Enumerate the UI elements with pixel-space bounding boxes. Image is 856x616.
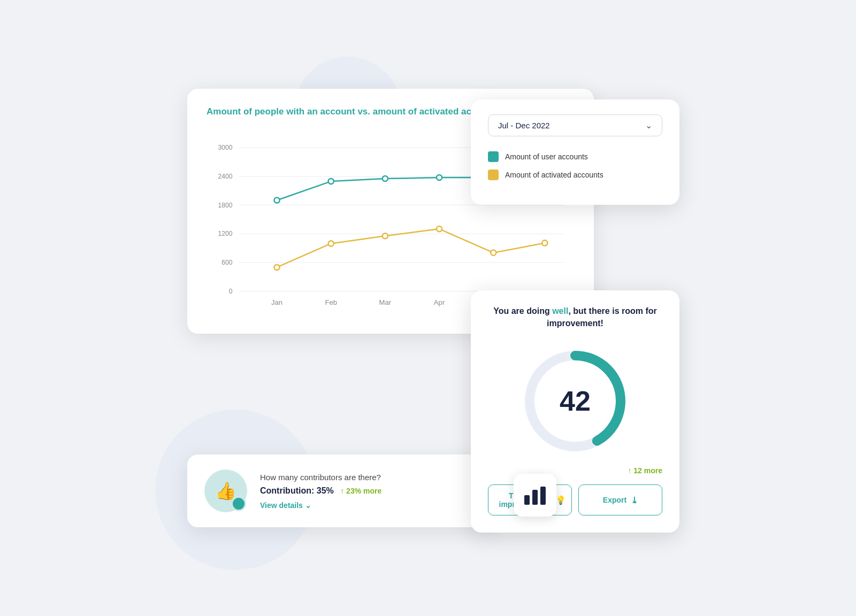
- legend-color-teal: [488, 151, 499, 162]
- yellow-dot-2: [328, 241, 334, 246]
- contributor-question: How many contributors are there?: [260, 473, 381, 482]
- improvement-title-well: well: [552, 306, 568, 315]
- legend-color-yellow: [488, 170, 499, 180]
- teal-dot-3: [383, 176, 388, 181]
- legend-label-teal: Amount of user accounts: [505, 152, 588, 161]
- export-button[interactable]: Export ⤓: [578, 484, 662, 515]
- lightbulb-icon: 💡: [555, 495, 566, 505]
- svg-text:Jan: Jan: [271, 298, 282, 306]
- svg-rect-19: [532, 490, 538, 505]
- barchart-icon-svg: [524, 486, 546, 505]
- more-label: ↑ 12 more: [488, 466, 662, 475]
- view-details-label: View details: [260, 501, 303, 510]
- svg-text:2400: 2400: [218, 173, 233, 180]
- yellow-dot-6: [542, 240, 547, 245]
- contribution-increase: ↑ 23% more: [340, 487, 381, 495]
- barchart-icon-card[interactable]: [514, 474, 556, 517]
- export-button-label: Export: [603, 496, 626, 504]
- legend-item-yellow: Amount of activated accounts: [488, 170, 662, 180]
- svg-rect-18: [524, 495, 530, 505]
- svg-text:1800: 1800: [218, 202, 233, 209]
- yellow-dot-3: [383, 233, 388, 238]
- legend-item-teal: Amount of user accounts: [488, 151, 662, 162]
- svg-text:Mar: Mar: [379, 298, 392, 306]
- view-details-link[interactable]: View details ⌄: [260, 501, 381, 510]
- svg-text:Feb: Feb: [325, 298, 337, 306]
- gauge-container: 42: [488, 342, 662, 460]
- chart-title-vs: vs.: [357, 106, 370, 117]
- teal-dot-2: [328, 179, 334, 184]
- chevron-down-small-icon: ⌄: [305, 501, 311, 510]
- chevron-down-icon: ⌄: [645, 120, 652, 130]
- contributor-info: How many contributors are there? Contrib…: [260, 473, 381, 510]
- yellow-line: [277, 229, 545, 267]
- chart-title-prefix: Amount of people with an account: [207, 106, 357, 117]
- teal-dot-1: [274, 198, 279, 203]
- thumbs-up-icon: 👍: [215, 481, 236, 501]
- svg-text:1200: 1200: [218, 230, 233, 237]
- thumbs-up-icon-wrap: 👍: [204, 469, 247, 512]
- contribution-label: Contribution: 35%: [260, 486, 334, 495]
- yellow-dot-1: [274, 265, 279, 270]
- contribution-row: Contribution: 35% ↑ 23% more: [260, 486, 381, 496]
- improvement-card: You are doing well, but there is room fo…: [471, 290, 679, 533]
- svg-text:Apr: Apr: [434, 298, 445, 306]
- legend-card: Jul - Dec 2022 ⌄ Amount of user accounts…: [471, 99, 679, 205]
- svg-rect-20: [540, 487, 546, 505]
- svg-text:3000: 3000: [218, 144, 233, 151]
- download-icon: ⤓: [631, 495, 638, 505]
- contributor-card: 👍 How many contributors are there? Contr…: [187, 455, 498, 527]
- legend-label-yellow: Amount of activated accounts: [505, 171, 603, 179]
- yellow-dot-4: [437, 226, 442, 232]
- teal-dot-4: [437, 175, 442, 180]
- svg-text:600: 600: [221, 259, 232, 266]
- gauge-score: 42: [560, 385, 591, 417]
- svg-text:0: 0: [229, 288, 233, 295]
- improvement-title-prefix: You are doing: [493, 306, 552, 315]
- improvement-title: You are doing well, but there is room fo…: [488, 305, 662, 329]
- date-selector[interactable]: Jul - Dec 2022 ⌄: [488, 114, 662, 136]
- yellow-dot-5: [491, 250, 496, 256]
- date-selector-label: Jul - Dec 2022: [498, 121, 550, 130]
